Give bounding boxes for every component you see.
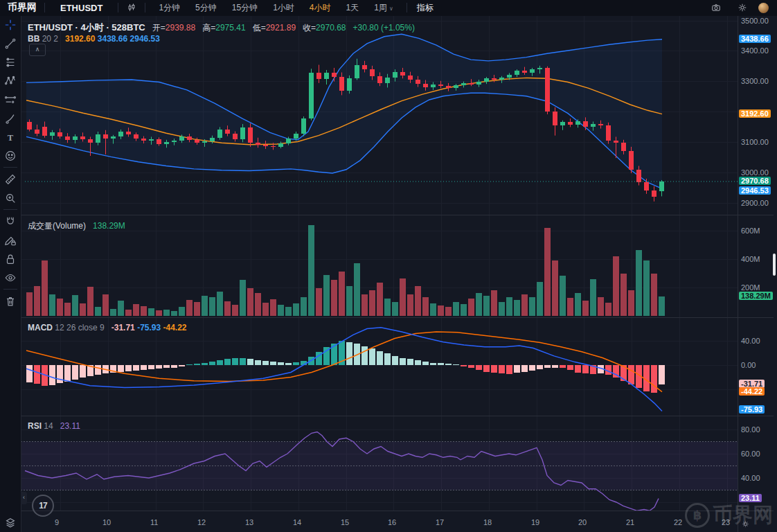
crosshair-icon [4, 19, 17, 31]
bb-upper-value: 3438.66 [98, 34, 127, 44]
bb-mid-value: 3192.60 [65, 34, 95, 44]
gear-settings-icon[interactable] [729, 3, 756, 12]
time-axis-label: 21 [626, 518, 634, 526]
fib-retracement-icon [4, 56, 17, 69]
macd-hist-value: -31.71 [111, 323, 135, 332]
chevron-down-icon: ∨ [389, 6, 393, 12]
indicators-button[interactable]: 指标 [407, 2, 443, 14]
timeframe-button[interactable]: 4小时 [302, 2, 339, 14]
bb-lower-value: 2946.53 [130, 34, 160, 44]
tool-hide-all[interactable] [1, 268, 19, 287]
price-pane-legend[interactable]: ETH/USDT · 4小时 · 528BTC 开=2939.88 高=2975… [28, 21, 415, 34]
price-axis-tick: 3500.00 [741, 17, 769, 25]
time-axis-label: 18 [483, 518, 492, 526]
change-value: +30.80 (+1.05%) [353, 23, 415, 33]
rsi-title: RSI [28, 421, 42, 431]
timeframe-button[interactable]: 1周∨ [366, 2, 401, 14]
bb-params: 20 2 [42, 34, 58, 44]
tool-long-position[interactable] [1, 90, 19, 109]
tool-object-tree[interactable] [1, 513, 19, 532]
magnet-icon [4, 215, 17, 228]
price-axis-tick: 200M [741, 283, 760, 292]
bb-indicator-legend[interactable]: BB 20 2 3192.60 3438.66 2946.53 [28, 34, 160, 44]
time-axis[interactable]: 91011121314151617181920212223 [0, 511, 777, 532]
close-value: 2970.68 [316, 23, 346, 33]
user-avatar[interactable] [758, 3, 769, 13]
symbol-button[interactable]: ETHUSDT [45, 3, 118, 13]
tool-drawing-lock[interactable] [1, 231, 19, 249]
axis-settings-gear-icon[interactable] [741, 519, 750, 531]
low-label: 低= [253, 23, 266, 33]
tool-ruler[interactable] [1, 170, 19, 188]
tool-zoom-in[interactable] [1, 188, 19, 207]
rsi-value: 23.11 [60, 421, 80, 431]
axis-price-badge: 2970.68 [739, 177, 771, 185]
candlestick-style-icon[interactable] [118, 3, 145, 12]
text-icon: T [4, 131, 17, 143]
camera-snapshot-icon[interactable] [703, 3, 729, 12]
hide-all-icon [4, 272, 17, 284]
tradingview-logo[interactable]: 17 [32, 495, 54, 517]
tool-magnet[interactable] [1, 212, 19, 231]
price-axis-tick: 3300.00 [741, 77, 769, 85]
time-axis-label: 14 [293, 518, 301, 526]
tool-crosshair[interactable] [1, 15, 19, 34]
price-axis-tick: 40.00 [741, 337, 760, 345]
ruler-icon [4, 173, 17, 186]
top-toolbar: 币界网 ETHUSDT 1分钟5分钟15分钟1小时4小时1天1周∨ 指标 [0, 0, 777, 16]
tool-emoji[interactable] [1, 146, 19, 165]
drawing-lock-icon [4, 234, 17, 247]
price-axis-tick: 600M [741, 227, 760, 235]
timeframe-group: 1分钟5分钟15分钟1小时4小时1天1周∨ [145, 2, 406, 14]
site-logo[interactable]: 币界网 [0, 1, 44, 14]
high-label: 高= [202, 23, 215, 33]
high-value: 2975.41 [215, 23, 245, 33]
timeframe-button[interactable]: 1小时 [265, 2, 302, 14]
toolbar-group-divider [3, 209, 17, 210]
tool-remove-all[interactable] [1, 292, 19, 310]
drawing-toolbar: T [0, 15, 21, 532]
macd-signal-value: -44.22 [163, 323, 187, 332]
scrollbar-thumb[interactable] [773, 254, 776, 276]
price-axis-tick: 60.00 [741, 450, 760, 458]
timeframe-button[interactable]: 1分钟 [151, 2, 188, 14]
time-axis-label: 23 [722, 518, 730, 526]
chart-canvas[interactable] [0, 0, 777, 532]
tool-text[interactable]: T [1, 127, 19, 146]
price-axis[interactable]: 3500.003400.003300.003100.003000.002900.… [738, 15, 773, 511]
volume-pane-legend[interactable]: 成交量(Volume) 138.29M [28, 220, 125, 232]
time-axis-label: 20 [578, 518, 587, 526]
tool-fib-retracement[interactable] [1, 53, 19, 71]
price-axis-tick: 0.00 [741, 361, 756, 369]
axis-price-badge: 3192.60 [739, 109, 771, 118]
axis-price-badge: 138.29M [739, 292, 773, 300]
trend-line-icon [4, 37, 17, 50]
emoji-icon [4, 150, 17, 162]
tool-xabcd-pattern[interactable] [1, 71, 19, 90]
timeframe-button[interactable]: 15分钟 [224, 2, 265, 14]
timeframe-button[interactable]: 1天 [339, 2, 367, 14]
axis-price-badge: 2946.53 [739, 186, 771, 195]
zoom-in-icon [4, 192, 17, 204]
lock-all-icon [4, 253, 17, 265]
pane-collapse-arrow[interactable]: ‹ [21, 492, 27, 504]
time-axis-label: 15 [341, 518, 349, 526]
price-axis-tick: 80.00 [741, 425, 760, 434]
macd-params: 12 26 close 9 [55, 323, 104, 332]
macd-pane-legend[interactable]: MACD 12 26 close 9 -31.71 -75.93 -44.22 [28, 323, 187, 332]
rsi-params: 14 [44, 421, 53, 431]
tool-lock-all[interactable] [1, 249, 19, 268]
tool-trend-line[interactable] [1, 34, 19, 53]
remove-all-icon [4, 295, 17, 308]
toolbar-group-divider [3, 289, 17, 290]
svg-text:T: T [8, 132, 14, 142]
rsi-pane-legend[interactable]: RSI 14 23.11 [28, 421, 80, 431]
legend-collapse-button[interactable]: ∧ [29, 44, 46, 56]
time-axis-label: 22 [674, 518, 682, 526]
brush-icon [4, 112, 17, 125]
axis-price-badge: 23.11 [739, 494, 762, 502]
toolbar-group-divider [3, 167, 17, 168]
price-axis-tick: 3100.00 [741, 138, 769, 146]
timeframe-button[interactable]: 5分钟 [188, 2, 224, 14]
tool-brush[interactable] [1, 109, 19, 127]
